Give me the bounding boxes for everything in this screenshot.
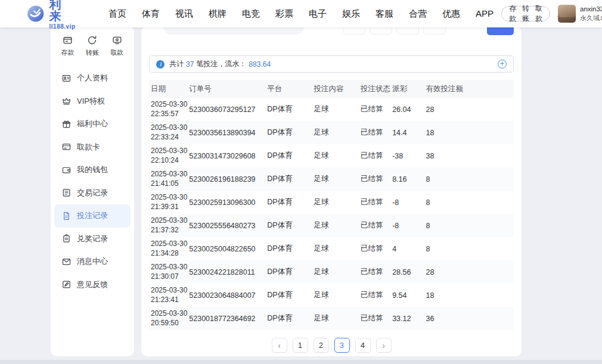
id-card-icon — [61, 73, 72, 83]
cell-date-day: 2025-03-30 — [151, 170, 185, 179]
cell-order-number: 5230025004822650 — [189, 245, 267, 253]
nav-item[interactable]: 体育 — [134, 8, 167, 20]
sidebar-item-bet-records[interactable]: 投注记录 — [54, 204, 131, 228]
cell-valid-amount: 8 — [426, 198, 513, 207]
nav-item[interactable]: 娱乐 — [334, 8, 368, 20]
cell-platform: DP体育 — [267, 267, 314, 277]
plus-circle-icon[interactable]: + — [498, 60, 507, 69]
cell-payout: -38 — [392, 152, 426, 160]
sidebar-item-profile[interactable]: 个人资料 — [54, 67, 131, 90]
nav-item[interactable]: 客服 — [368, 8, 401, 20]
cell-platform: DP体育 — [267, 174, 314, 184]
column-header-payout: 派彩 — [392, 84, 426, 94]
brand-logo-icon — [26, 4, 45, 24]
column-header-content: 投注内容 — [314, 84, 361, 94]
pill-transfer-button[interactable]: 转账 — [522, 4, 529, 24]
cell-valid-amount: 28 — [426, 105, 513, 114]
cell-bet-content: 足球 — [314, 151, 361, 161]
sidebar-item-redeem-records[interactable]: 兑奖记录 — [54, 228, 131, 251]
date-preset-button[interactable] — [370, 26, 392, 35]
summary-count: 37 — [186, 60, 194, 69]
cell-order-number: 5230025556480273 — [189, 222, 267, 230]
page-number-button[interactable]: 3 — [334, 338, 350, 353]
table-row: 2025-03-30 20:59:50 5230018772364692 DP体… — [149, 307, 514, 330]
date-preset-button[interactable] — [423, 26, 446, 35]
nav-item[interactable]: 彩票 — [268, 8, 301, 20]
sidebar-item-vip[interactable]: VIP特权 — [54, 90, 131, 113]
nav-item[interactable]: APP — [468, 8, 501, 20]
horizontal-scrollbar[interactable] — [0, 360, 602, 364]
transfer-icon — [86, 35, 98, 46]
cell-order-number: 5230036073295127 — [189, 105, 267, 114]
nav-item[interactable]: 电竞 — [234, 8, 268, 20]
cell-valid-amount: 8 — [426, 175, 513, 183]
prev-page-button[interactable]: ‹ — [272, 338, 287, 353]
cell-date-time: 20:59:50 — [151, 319, 185, 328]
pill-withdraw-button[interactable]: 取款 — [535, 4, 542, 24]
quick-action-label: 转账 — [86, 48, 99, 57]
sidebar-item-welfare[interactable]: 福利中心 — [54, 113, 131, 136]
brand-domain: ll188.vip — [49, 23, 77, 30]
cell-order-number: 5230026196188239 — [189, 175, 267, 183]
cell-payout: 28.56 — [392, 268, 426, 276]
cell-bet-status: 已结算 — [361, 197, 392, 207]
cell-platform: DP体育 — [267, 244, 314, 254]
next-page-button[interactable]: › — [376, 338, 392, 353]
date-range-input[interactable] — [163, 26, 304, 35]
quick-withdraw-button[interactable]: 取款 — [110, 35, 123, 57]
pill-deposit-button[interactable]: 存款 — [509, 4, 516, 24]
table-row: 2025-03-30 22:10:24 5230031473029608 DP体… — [149, 144, 514, 167]
cell-bet-status: 已结算 — [361, 104, 392, 114]
bet-records-panel: i 共计 37 笔投注，流水： 883.64 + 日期 订单号 平台 投注内容 … — [141, 26, 522, 356]
cell-platform: DP体育 — [267, 104, 314, 114]
sidebar-item-feedback[interactable]: 意见反馈 — [54, 273, 131, 297]
cell-platform: DP体育 — [267, 151, 314, 161]
page-number-button[interactable]: 2 — [314, 338, 329, 353]
cell-date: 2025-03-30 21:39:31 — [149, 193, 189, 211]
cell-date-time: 21:39:31 — [151, 203, 185, 212]
cell-date: 2025-03-30 22:33:24 — [149, 123, 189, 142]
table-row: 2025-03-30 21:41:05 5230026196188239 DP体… — [149, 167, 514, 191]
transactions-icon — [61, 188, 72, 198]
cell-bet-status: 已结算 — [361, 151, 392, 161]
cell-bet-content: 足球 — [314, 197, 361, 207]
summary-mid: 笔投注，流水： — [196, 59, 246, 69]
sidebar-item-transactions[interactable]: 交易记录 — [54, 182, 131, 205]
user-avatar[interactable] — [558, 5, 576, 23]
sidebar-item-wallet[interactable]: 我的钱包 — [54, 158, 131, 182]
nav-item[interactable]: 合营 — [401, 8, 435, 20]
redeem-icon — [61, 234, 72, 244]
feedback-icon — [61, 279, 72, 290]
cell-platform: DP体育 — [267, 313, 314, 323]
nav-item[interactable]: 视讯 — [167, 8, 201, 20]
cell-bet-status: 已结算 — [361, 267, 392, 277]
quick-action-label: 存款 — [61, 48, 75, 57]
nav-item[interactable]: 优惠 — [435, 8, 468, 20]
search-button[interactable] — [487, 26, 514, 35]
nav-item[interactable]: 棋牌 — [201, 8, 234, 20]
cell-bet-content: 足球 — [314, 244, 361, 254]
cell-date-day: 2025-03-30 — [151, 239, 185, 249]
date-preset-button[interactable] — [396, 26, 419, 35]
cell-date: 2025-03-30 20:59:50 — [149, 309, 189, 328]
page-number-button[interactable]: 1 — [293, 338, 308, 353]
date-preset-button[interactable] — [343, 26, 365, 35]
brand-logo[interactable]: 利来 ll188.vip — [26, 0, 77, 30]
cell-date-time: 21:30:07 — [151, 272, 185, 282]
column-header-date: 日期 — [149, 84, 189, 94]
cell-bet-status: 已结算 — [361, 174, 392, 184]
cell-valid-amount: 28 — [426, 268, 513, 276]
user-account-area[interactable]: anxin3399 总资产： 1363.49元 永久域名: ll188.vip … — [558, 4, 602, 24]
nav-item[interactable]: 电子 — [301, 8, 334, 20]
sidebar-item-message-center[interactable]: 消息中心 — [54, 250, 131, 273]
quick-transfer-button[interactable]: 转账 — [86, 35, 99, 57]
page-number-button[interactable]: 4 — [355, 338, 371, 353]
quick-deposit-button[interactable]: 存款 — [61, 35, 75, 57]
nav-item[interactable]: 首页 — [101, 8, 134, 20]
cell-valid-amount: 36 — [426, 315, 513, 323]
sidebar-item-label: 兑奖记录 — [77, 234, 108, 244]
sidebar-item-label: 取款卡 — [77, 142, 100, 153]
sidebar-item-withdraw-card[interactable]: 取款卡 — [54, 136, 131, 159]
top-navigation-bar: 利来 ll188.vip 首页 体育 视讯 棋牌 电竞 彩票 电子 娱乐 客服 … — [0, 0, 602, 27]
table-row: 2025-03-30 21:23:41 5230023064884007 DP体… — [149, 284, 514, 307]
